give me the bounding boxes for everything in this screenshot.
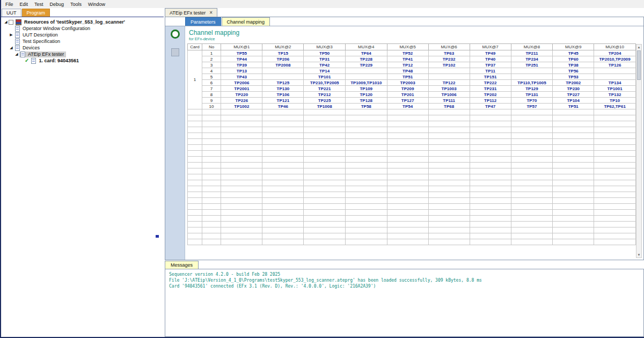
mux-cell[interactable]: TP52 [387,50,428,56]
mux-cell[interactable]: TP230 [553,86,594,92]
tab-ateip-efx-tester[interactable]: ATEip EFx tester × [165,8,217,17]
empty-mux-cell[interactable] [262,239,304,245]
mux-cell[interactable]: TP129 [511,86,553,92]
empty-mux-cell[interactable] [470,151,511,157]
empty-mux-cell[interactable] [594,222,636,227]
empty-mux-cell[interactable] [470,186,511,192]
expanded-node-icon[interactable]: ◢ [14,52,19,57]
empty-mux-cell[interactable] [387,174,428,180]
empty-mux-cell[interactable] [221,151,262,157]
menu-item-edit[interactable]: Edit [17,1,32,8]
mux-cell[interactable] [428,68,470,74]
empty-mux-cell[interactable] [428,157,470,163]
tree-item-operator-window-configuration[interactable]: Operator Window Configuration [1,25,164,32]
mux-cell[interactable]: TP211 [511,50,553,56]
empty-mux-cell[interactable] [594,174,636,180]
empty-mux-cell[interactable] [553,115,594,121]
empty-mux-cell[interactable] [470,204,511,210]
column-header-mux-8[interactable]: MUX@8 [511,44,553,50]
empty-mux-cell[interactable] [345,109,387,115]
mux-cell[interactable]: TP2002 [553,80,594,86]
empty-mux-cell[interactable] [428,145,470,151]
empty-mux-cell[interactable] [387,233,428,239]
empty-mux-cell[interactable] [594,145,636,151]
mux-cell[interactable]: TP121 [262,98,304,104]
empty-mux-cell[interactable] [262,233,304,239]
mux-cell[interactable] [428,74,470,80]
menu-item-debug[interactable]: Debug [47,1,68,8]
empty-mux-cell[interactable] [262,168,304,174]
mux-cell[interactable]: TP104 [553,98,594,104]
empty-mux-cell[interactable] [553,121,594,127]
empty-mux-cell[interactable] [304,145,346,151]
empty-mux-cell[interactable] [304,239,346,245]
empty-mux-cell[interactable] [304,222,346,227]
empty-mux-cell[interactable] [262,145,304,151]
mux-cell[interactable] [262,74,304,80]
mux-cell[interactable]: TP55 [221,50,262,56]
empty-mux-cell[interactable] [470,127,511,133]
scroll-up-icon[interactable]: ▲ [636,45,641,50]
mux-cell[interactable]: TP234 [511,56,553,62]
empty-mux-cell[interactable] [221,222,262,227]
tree-item-resources-of-testskyper-553-log-[interactable]: ◢Resources of 'testSkyper_553_log_scanne… [1,19,164,25]
mux-cell[interactable]: TP40 [470,56,511,62]
tree-item-test-specification[interactable]: Test Specification [1,38,164,45]
empty-mux-cell[interactable] [594,109,636,115]
empty-mux-cell[interactable] [221,145,262,151]
mux-cell[interactable] [511,68,553,74]
empty-mux-cell[interactable] [304,227,346,233]
expanded-node-icon[interactable]: ◢ [3,19,9,25]
empty-mux-cell[interactable] [387,145,428,151]
mux-cell[interactable]: TP41 [387,56,428,62]
empty-mux-cell[interactable] [511,109,553,115]
mux-cell[interactable]: TP57 [511,104,553,109]
mux-cell[interactable]: TP51 [387,74,428,80]
empty-mux-cell[interactable] [221,174,262,180]
empty-mux-cell[interactable] [387,109,428,115]
empty-mux-cell[interactable] [387,180,428,186]
empty-mux-cell[interactable] [345,127,387,133]
column-header-mux-1[interactable]: MUX@1 [221,44,262,50]
empty-mux-cell[interactable] [345,186,387,192]
mux-cell[interactable]: TP42 [304,62,346,68]
empty-mux-cell[interactable] [345,145,387,151]
empty-mux-cell[interactable] [553,174,594,180]
empty-mux-cell[interactable] [553,198,594,204]
empty-mux-cell[interactable] [470,192,511,198]
mux-cell[interactable]: TP56 [553,68,594,74]
mux-cell[interactable]: TP12 [387,62,428,68]
empty-mux-cell[interactable] [470,115,511,121]
mux-cell[interactable]: TP109 [345,86,387,92]
empty-mux-cell[interactable] [428,139,470,145]
mux-cell[interactable]: TP209 [387,86,428,92]
empty-mux-cell[interactable] [428,239,470,245]
empty-mux-cell[interactable] [387,204,428,210]
empty-mux-cell[interactable] [387,121,428,127]
empty-mux-cell[interactable] [262,127,304,133]
empty-mux-cell[interactable] [553,157,594,163]
empty-mux-cell[interactable] [221,109,262,115]
empty-mux-cell[interactable] [594,163,636,168]
empty-mux-cell[interactable] [470,109,511,115]
mux-cell[interactable]: TP39 [221,62,262,68]
expanded-node-icon[interactable]: ◢ [9,45,14,50]
empty-mux-cell[interactable] [221,121,262,127]
mux-cell[interactable]: TP132 [594,92,636,98]
tree-item-devices[interactable]: ◢Devices [1,45,164,51]
empty-mux-cell[interactable] [304,151,346,157]
empty-mux-cell[interactable] [304,216,346,222]
empty-mux-cell[interactable] [345,216,387,222]
empty-mux-cell[interactable] [304,210,346,216]
mux-cell[interactable]: TP11 [470,68,511,74]
empty-mux-cell[interactable] [553,180,594,186]
empty-mux-cell[interactable] [304,163,346,168]
mux-cell[interactable]: TP54 [387,104,428,109]
empty-mux-cell[interactable] [594,216,636,222]
mux-cell[interactable]: TP232 [428,56,470,62]
mux-cell[interactable]: TP151 [470,74,511,80]
empty-mux-cell[interactable] [553,109,594,115]
empty-mux-cell[interactable] [511,233,553,239]
mux-cell[interactable]: TP1002 [221,104,262,109]
empty-mux-cell[interactable] [345,174,387,180]
